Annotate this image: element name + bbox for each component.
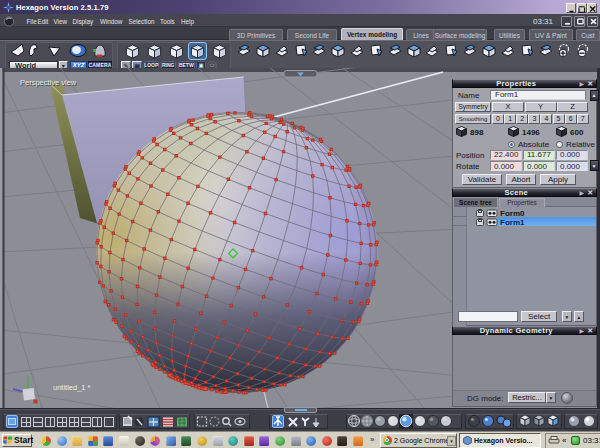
svg-text:Perspective view: Perspective view [20,78,77,87]
svg-text:untitled_1 *: untitled_1 * [53,383,91,392]
